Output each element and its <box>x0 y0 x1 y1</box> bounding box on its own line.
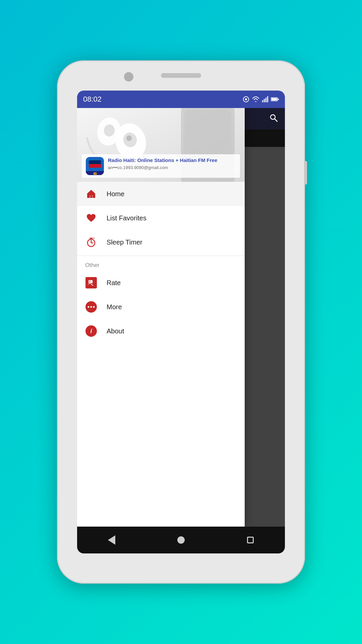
menu-item-list-favorites[interactable]: List Favorites <box>77 206 245 230</box>
signal-icon <box>262 96 268 102</box>
battery-icon <box>271 97 279 102</box>
svg-line-10 <box>275 119 278 121</box>
navigation-drawer: 📻 Radio Haiti: Online Stations + Haitian… <box>77 108 245 527</box>
svg-point-16 <box>126 136 132 141</box>
app-icon: 📻 <box>86 157 104 175</box>
svg-rect-4 <box>265 98 266 102</box>
menu-divider <box>77 256 245 256</box>
about-icon: i <box>85 325 97 337</box>
svg-point-30 <box>90 306 92 308</box>
flag-red <box>89 164 101 168</box>
app-icon-bottom: 📻 <box>86 171 104 175</box>
screen-content: ion... ST LISTENED <box>77 108 285 527</box>
app-email: an•••co.1993.9090@gmail.com <box>108 165 236 170</box>
app-flag <box>89 160 101 168</box>
svg-point-25 <box>94 238 95 239</box>
app-title[interactable]: Radio Haiti: Online Stations + Haitian F… <box>108 157 236 164</box>
drawer-app-info: 📻 Radio Haiti: Online Stations + Haitian… <box>82 154 240 178</box>
svg-point-1 <box>245 98 247 100</box>
recent-icon <box>247 537 254 543</box>
search-button[interactable] <box>269 113 278 125</box>
back-icon <box>108 535 115 545</box>
svg-point-31 <box>93 306 95 308</box>
more-label: More <box>107 303 122 311</box>
menu-item-more[interactable]: More <box>77 295 245 319</box>
menu-item-rate[interactable]: Rate <box>77 271 245 295</box>
menu-item-about[interactable]: i About <box>77 319 245 343</box>
phone-side-button <box>304 161 307 184</box>
home-button[interactable] <box>173 532 189 548</box>
app-text-info: Radio Haiti: Online Stations + Haitian F… <box>108 157 236 170</box>
wifi-icon <box>252 96 259 102</box>
status-time: 08:02 <box>83 95 102 104</box>
recent-button[interactable] <box>242 532 259 548</box>
menu-item-home[interactable]: Home <box>77 182 245 206</box>
rate-icon <box>85 277 97 289</box>
drawer-menu: Home List Favorites <box>77 182 245 527</box>
section-other-header: Other <box>77 257 245 271</box>
svg-point-29 <box>88 306 89 308</box>
phone-speaker <box>161 73 201 78</box>
bottom-nav <box>77 527 285 553</box>
home-icon <box>85 188 97 200</box>
svg-rect-5 <box>267 96 268 102</box>
home-nav-icon <box>177 536 185 544</box>
phone-camera <box>124 72 133 82</box>
about-label: About <box>107 327 124 335</box>
phone-frame: 08:02 <box>57 60 305 584</box>
flag-blue <box>89 160 101 164</box>
drawer-header: 📻 Radio Haiti: Online Stations + Haitian… <box>77 108 245 182</box>
app-icon-inner: 📻 <box>86 157 104 175</box>
home-label: Home <box>107 190 124 198</box>
status-bar: 08:02 <box>77 91 285 108</box>
more-icon <box>85 301 97 313</box>
svg-rect-7 <box>272 98 277 101</box>
phone-screen: 08:02 <box>77 91 285 553</box>
heart-icon <box>85 212 97 224</box>
svg-rect-3 <box>264 99 265 102</box>
circle-icon <box>243 96 249 103</box>
svg-rect-19 <box>90 195 92 198</box>
rate-label: Rate <box>107 279 121 287</box>
list-favorites-label: List Favorites <box>107 214 146 222</box>
timer-icon <box>85 236 97 248</box>
back-button[interactable] <box>103 532 120 548</box>
app-icon-top <box>86 157 104 171</box>
sleep-timer-label: Sleep Timer <box>107 238 142 246</box>
svg-rect-2 <box>262 100 263 102</box>
menu-item-sleep-timer[interactable]: Sleep Timer <box>77 230 245 254</box>
status-icons <box>243 96 279 103</box>
svg-rect-8 <box>278 99 279 100</box>
